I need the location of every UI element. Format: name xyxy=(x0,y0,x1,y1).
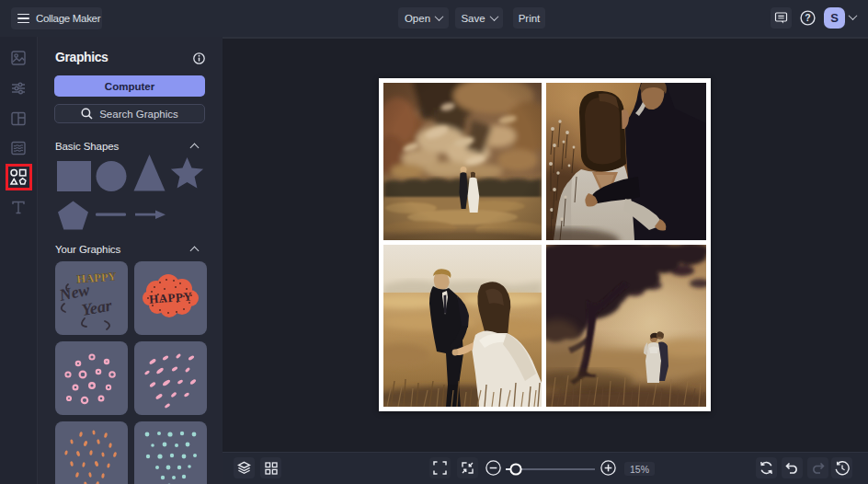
svg-text:?: ? xyxy=(805,12,810,23)
